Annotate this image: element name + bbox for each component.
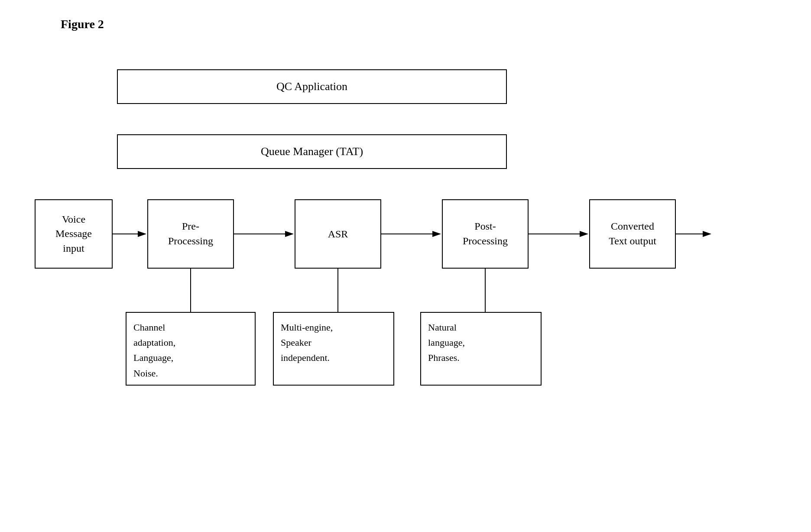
- figure-label: Figure 2: [61, 17, 104, 31]
- converted-text-label: ConvertedText output: [609, 219, 656, 248]
- converted-text-box: ConvertedText output: [589, 199, 676, 269]
- multi-engine-box: Multi-engine,Speakerindependent.: [273, 312, 394, 386]
- post-processing-box: Post-Processing: [442, 199, 529, 269]
- queue-manager-label: Queue Manager (TAT): [261, 145, 363, 158]
- asr-label: ASR: [328, 228, 348, 240]
- page: Figure 2 QC Application Queue Manager (T…: [0, 0, 811, 532]
- voice-input-box: VoiceMessageinput: [35, 199, 113, 269]
- natural-language-box: Naturallanguage,Phrases.: [420, 312, 542, 386]
- asr-box: ASR: [295, 199, 381, 269]
- channel-adaptation-label: Channeladaptation,Language,Noise.: [133, 320, 175, 381]
- post-processing-label: Post-Processing: [463, 219, 508, 248]
- natural-language-label: Naturallanguage,Phrases.: [428, 320, 465, 366]
- pre-processing-box: Pre-Processing: [147, 199, 234, 269]
- channel-adaptation-box: Channeladaptation,Language,Noise.: [126, 312, 256, 386]
- queue-manager-box: Queue Manager (TAT): [117, 134, 507, 169]
- qc-application-box: QC Application: [117, 69, 507, 104]
- pre-processing-label: Pre-Processing: [168, 219, 213, 248]
- voice-input-label: VoiceMessageinput: [55, 212, 92, 256]
- qc-application-label: QC Application: [276, 80, 347, 93]
- multi-engine-label: Multi-engine,Speakerindependent.: [281, 320, 333, 366]
